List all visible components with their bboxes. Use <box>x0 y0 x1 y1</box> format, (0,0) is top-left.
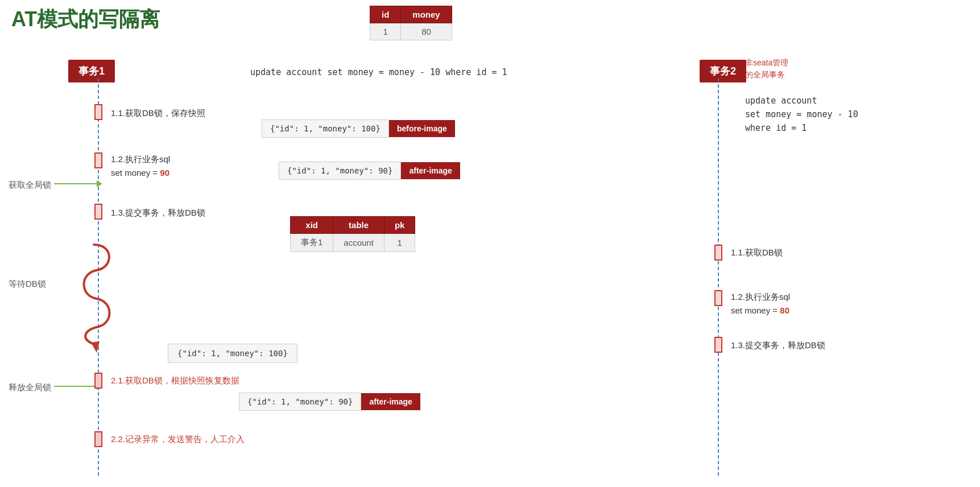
before-image-code: {"id": 1, "money": 100} <box>262 119 389 138</box>
lock-table-header-pk: pk <box>384 217 415 234</box>
tx2-timeline <box>718 79 719 476</box>
lock-table-header-xid: xid <box>291 217 333 234</box>
db-table: id money 1 80 <box>370 6 452 40</box>
after-image-box2: {"id": 1, "money": 90} after-image <box>239 393 420 411</box>
spiral-arrow <box>68 239 119 353</box>
r-step1-3-label: 1.3.提交事务，释放DB锁 <box>731 340 825 351</box>
db-table-cell-money: 80 <box>401 23 452 40</box>
lock-table-cell-pk: 1 <box>384 234 415 252</box>
after-image-box: {"id": 1, "money": 90} after-image <box>279 162 460 180</box>
lock-table-cell-table: account <box>333 234 384 252</box>
sql-right: update account set money = money - 10 wh… <box>745 94 858 135</box>
step2-2-label: 2.2.记录异常，发送警告，人工介入 <box>111 434 245 445</box>
after-image-code: {"id": 1, "money": 90} <box>279 162 401 180</box>
r-step1-2-marker <box>714 290 722 306</box>
step1-2-marker <box>94 152 102 168</box>
step2-2-marker <box>94 431 102 447</box>
r-step1-1-marker <box>714 245 722 261</box>
step1-1-label: 1.1.获取DB锁，保存快照 <box>111 108 205 119</box>
step2-1-label: 2.1.获取DB锁，根据快照恢复数据 <box>111 375 239 386</box>
after-image-label: after-image <box>401 162 460 179</box>
release-global-lock-arrow-line <box>54 386 100 387</box>
sql-top: update account set money = money - 10 wh… <box>250 67 507 77</box>
lock-table-cell-xid: 事务1 <box>291 234 333 252</box>
tx2-box: 事务2 <box>700 60 746 82</box>
svg-marker-0 <box>91 341 100 353</box>
step1-3-marker <box>94 204 102 220</box>
page-title: AT模式的写隔离 <box>11 6 160 34</box>
before-image-label: before-image <box>389 120 455 137</box>
tx1-box: 事务1 <box>68 60 115 82</box>
step1-2-label: 1.2.执行业务sql set money = 90 <box>111 152 170 180</box>
step2-1-marker <box>94 373 102 389</box>
db-table-header-money: money <box>401 6 452 23</box>
tx2-note: 非seata管理 的全局事务 <box>745 57 788 81</box>
r-step1-3-marker <box>714 337 722 353</box>
lock-table-header-table: table <box>333 217 384 234</box>
after-image-label2: after-image <box>361 393 420 410</box>
restore-box: {"id": 1, "money": 100} <box>168 344 297 363</box>
get-global-lock-arrowhead <box>97 180 102 187</box>
step1-3-label: 1.3.提交事务，释放DB锁 <box>111 208 205 218</box>
db-table-header-id: id <box>370 6 401 23</box>
r-step1-2-label: 1.2.执行业务sql set money = 80 <box>731 290 790 317</box>
db-table-cell-id: 1 <box>370 23 401 40</box>
step1-1-marker <box>94 104 102 120</box>
wait-db-lock-label: 等待DB锁 <box>9 279 46 290</box>
before-image-box: {"id": 1, "money": 100} before-image <box>262 119 455 138</box>
release-global-lock-label: 释放全局锁 <box>9 382 51 393</box>
r-step1-1-label: 1.1.获取DB锁 <box>731 247 783 258</box>
get-global-lock-label: 获取全局锁 <box>9 180 51 191</box>
after-image-code2: {"id": 1, "money": 90} <box>239 393 361 411</box>
lock-table: xid table pk 事务1 account 1 <box>290 216 415 252</box>
get-global-lock-arrow-line <box>54 183 100 184</box>
